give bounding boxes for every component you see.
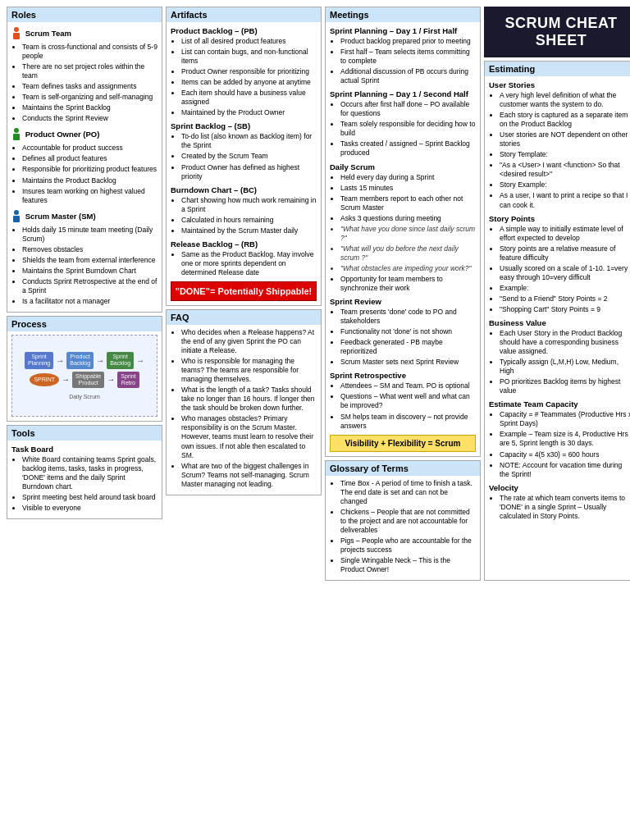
scrum-master-icon xyxy=(11,209,21,224)
list-item: Maintains the Sprint Burndown Chart xyxy=(22,267,158,276)
list-item: Capacity = # Teammates (Productive Hrs x… xyxy=(500,410,630,428)
list-item: Additional discussion of PB occurs durin… xyxy=(340,67,476,85)
list-item: First half – Team selects items committi… xyxy=(340,48,476,66)
scrum-team-role: Scrum Team Team is cross-functional and … xyxy=(11,26,158,123)
glossary-section: Glossary of Terms Time Box - A period of… xyxy=(325,460,481,581)
list-item: Story points are a relative measure of f… xyxy=(500,244,630,262)
list-item: Conducts the Sprint Review xyxy=(22,114,158,123)
visibility-label: Visibility + Flexibility = Scrum xyxy=(330,435,476,452)
scrum-team-title: Scrum Team xyxy=(11,26,158,41)
list-item: Team members report to each other not Sc… xyxy=(340,194,476,212)
list-item: Responsible for prioritizing product fea… xyxy=(22,165,158,174)
sprint-backlog-title: Sprint Backlog – (SB) xyxy=(171,121,317,130)
list-item: "What obstacles are impeding your work?" xyxy=(340,264,476,273)
glossary-list: Time Box - A period of time to finish a … xyxy=(330,479,476,574)
sprint-planning-1-list: Product backlog prepared prior to meetin… xyxy=(330,37,476,85)
ps-sprint-planning: SprintPlanning xyxy=(25,352,53,369)
list-item: Team defines tasks and assignments xyxy=(22,82,158,91)
list-item: Same as the Product Backlog. May involve… xyxy=(181,250,317,277)
list-item: Removes obstacles xyxy=(22,245,158,254)
svg-point-0 xyxy=(14,27,19,32)
product-backlog-title: Product Backlog – (PB) xyxy=(171,26,317,35)
list-item: Each story is captured as a separate ite… xyxy=(500,111,630,129)
burndown-chart-list: Chart showing how much work remaining in… xyxy=(171,196,317,235)
list-item: Accountable for product success xyxy=(22,144,158,153)
list-item: Team is self-organizing and self-managin… xyxy=(22,93,158,102)
list-item: PO prioritizes Backlog items by highest … xyxy=(500,377,630,395)
svg-rect-5 xyxy=(13,216,20,222)
list-item: Maintains the Sprint Backlog xyxy=(22,103,158,112)
product-backlog-list: List of all desired product features Lis… xyxy=(171,37,317,117)
list-item: "Send to a Friend" Story Points = 2 xyxy=(500,294,630,304)
list-item: A simple way to initially estimate level… xyxy=(500,225,630,243)
arrow-icon: → xyxy=(96,356,104,365)
process-title: Process xyxy=(7,317,162,331)
tools-title: Tools xyxy=(7,426,162,441)
meetings-title: Meetings xyxy=(326,7,480,22)
list-item: A very high level definition of what the… xyxy=(500,91,630,109)
list-item: List can contain bugs, and non-functiona… xyxy=(181,48,317,66)
scrum-master-role: Scrum Master (SM) Holds daily 15 minute … xyxy=(11,209,158,306)
list-item: To-do list (also known as Backlog item) … xyxy=(181,132,317,150)
sprint-planning-2-list: Occurs after first half done – PO availa… xyxy=(330,100,476,158)
sprint-retro-title: Sprint Retrospective xyxy=(330,371,476,380)
sprint-planning-2-title: Sprint Planning – Day 1 / Second Half xyxy=(330,89,476,98)
list-item: As a user, I want to print a recipe so t… xyxy=(500,191,630,209)
tools-section: Tools Task Board White Board containing … xyxy=(7,425,162,519)
list-item: Attendees – SM and Team. PO is optional xyxy=(340,381,476,390)
process-section: Process SprintPlanning → ProductBacklog … xyxy=(7,316,162,422)
list-item: "What will you do before the next daily … xyxy=(340,244,476,262)
list-item: Story Template: xyxy=(500,150,630,159)
list-item: What is the length of a task? Tasks shou… xyxy=(181,386,317,413)
list-item: What are two of the biggest challenges i… xyxy=(181,462,317,489)
velocity-list: The rate at which team converts items to… xyxy=(489,494,630,521)
product-owner-list: Accountable for product success Defines … xyxy=(11,144,158,204)
meetings-section: Meetings Sprint Planning – Day 1 / First… xyxy=(325,7,481,457)
roles-title: Roles xyxy=(7,7,162,22)
list-item: Typically assign (L,M,H) Low, Medium, Hi… xyxy=(500,358,630,376)
sprint-backlog-list: To-do list (also known as Backlog item) … xyxy=(171,132,317,180)
glossary-title: Glossary of Terms xyxy=(326,461,480,476)
list-item: Single Wringable Neck – This is the Prod… xyxy=(340,556,476,574)
list-item: Capacity = 4(5 x30) = 600 hours xyxy=(500,450,630,459)
list-item: Tasks created / assigned – Sprint Backlo… xyxy=(340,139,476,158)
list-item: Occurs after first half done – PO availa… xyxy=(340,100,476,118)
list-item: Conducts Sprint Retrospective at the end… xyxy=(22,277,158,295)
process-steps: SprintPlanning → ProductBacklog → Sprint… xyxy=(12,352,157,389)
list-item: Product Owner responsible for prioritizi… xyxy=(181,67,317,76)
release-backlog-list: Same as the Product Backlog. May involve… xyxy=(171,250,317,277)
svg-point-2 xyxy=(14,128,19,133)
task-board-title: Task Board xyxy=(11,445,158,454)
burndown-chart-title: Burndown Chart – (BC) xyxy=(171,185,317,194)
svg-point-4 xyxy=(14,210,19,215)
roles-section: Roles Scrum Team Team is cross-functiona… xyxy=(7,7,162,313)
sprint-planning-1-title: Sprint Planning – Day 1 / First Half xyxy=(330,26,476,35)
list-item: White Board containing teams Sprint goal… xyxy=(22,455,158,491)
list-item: Defines all product features xyxy=(22,154,158,163)
arrow-icon: → xyxy=(62,375,70,384)
artifacts-title: Artifacts xyxy=(167,7,321,22)
list-item: Usually scored on a scale of 1-10. 1=ver… xyxy=(500,264,630,282)
list-item: Chickens – People that are not committed… xyxy=(340,508,476,535)
scrum-team-icon xyxy=(11,26,21,41)
artifacts-section: Artifacts Product Backlog – (PB) List of… xyxy=(166,7,322,306)
business-value-title: Business Value xyxy=(489,318,630,327)
list-item: The rate at which team converts items to… xyxy=(500,494,630,521)
list-item: Shields the team from external interfere… xyxy=(22,256,158,265)
list-item: Team presents 'done' code to PO and stak… xyxy=(340,308,476,326)
list-item: Who manages obstacles? Primary responsib… xyxy=(181,414,317,459)
list-item: Example – Team size is 4, Productive Hrs… xyxy=(500,430,630,448)
scrum-master-list: Holds daily 15 minute team meeting (Dail… xyxy=(11,226,158,306)
sprint-review-title: Sprint Review xyxy=(330,297,476,306)
list-item: Each User Story in the Product Backlog s… xyxy=(500,329,630,356)
list-item: Maintained by the Product Owner xyxy=(181,108,317,117)
cheat-sheet-header: SCRUM CHEAT SHEET xyxy=(484,7,630,57)
product-owner-role: Product Owner (PO) Accountable for produ… xyxy=(11,127,158,204)
cheat-sheet-title: SCRUM CHEAT SHEET xyxy=(488,15,630,49)
list-item: Questions – What went well and what can … xyxy=(340,392,476,410)
list-item: Items can be added by anyone at anytime xyxy=(181,78,317,87)
list-item: SM helps team in discovery – not provide… xyxy=(340,413,476,431)
list-item: Insures team working on highest valued f… xyxy=(22,187,158,205)
list-item: Who decides when a Release happens? At t… xyxy=(181,328,317,355)
list-item: Chart showing how much work remaining in… xyxy=(181,196,317,214)
